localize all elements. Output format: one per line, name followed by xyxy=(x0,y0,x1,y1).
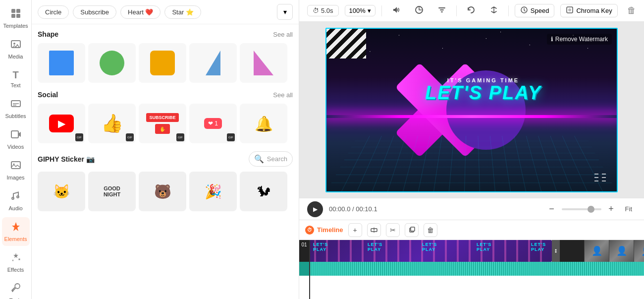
gaming-title: LET'S PLAY xyxy=(425,83,541,102)
playhead[interactable] xyxy=(309,240,310,299)
undo-button[interactable] xyxy=(463,3,480,18)
delete-button[interactable]: 🗑 xyxy=(627,5,636,16)
elements-content: Shape See all Social See all xyxy=(32,24,299,299)
sel-handle-5 xyxy=(594,180,598,181)
timeline-split-button[interactable] xyxy=(367,223,381,237)
grid-overlay xyxy=(326,136,617,191)
thumb-1 xyxy=(560,240,585,262)
gif-party-visual: 🎉 xyxy=(189,172,237,211)
video-canvas[interactable]: IT'S GAMING TIME LET'S PLAY ℹ Remove Wat… xyxy=(325,28,618,192)
zoom-in-button[interactable]: + xyxy=(605,204,617,214)
corner-stripes xyxy=(326,29,366,59)
audio-track[interactable]: // draw random waveform bars xyxy=(309,262,644,276)
volume-icon xyxy=(392,5,401,16)
time-current: 00:00.0 xyxy=(329,205,350,213)
shape-orange-rounded[interactable] xyxy=(139,43,186,83)
fit-button[interactable]: Fit xyxy=(621,203,636,215)
sidebar-item-subtitles[interactable]: Subtitles xyxy=(2,94,30,123)
track-split-handle[interactable] xyxy=(552,240,560,262)
track-label-5: LET'S PLAY xyxy=(531,242,552,252)
sidebar-item-audio[interactable]: Audio xyxy=(2,186,30,215)
tags-dropdown-button[interactable]: ▾ xyxy=(277,4,293,20)
tag-heart[interactable]: Heart ❤️ xyxy=(120,5,161,19)
adjust-icon xyxy=(437,5,446,16)
speed-label: Speed xyxy=(531,7,549,14)
sidebar-item-templates[interactable]: Templates xyxy=(2,4,30,33)
tag-star[interactable]: Star ⭐ xyxy=(164,5,201,19)
timeline-label: ⏱ Timeline xyxy=(305,226,343,235)
giphy-grid: 🐱 GOODNIGHT 🐻 🎉 🐿 xyxy=(38,172,293,211)
zoom-value: 100% xyxy=(349,7,366,14)
volume-button[interactable] xyxy=(388,3,405,18)
gif-good-night[interactable]: GOODNIGHT xyxy=(88,172,136,211)
timeline-add-button[interactable]: + xyxy=(348,223,362,237)
shape-blue-triangle[interactable] xyxy=(189,43,237,83)
gaming-text-block: IT'S GAMING TIME LET'S PLAY xyxy=(425,77,541,102)
info-icon: ℹ xyxy=(551,36,553,43)
sidebar-item-images[interactable]: Images xyxy=(2,156,30,184)
giphy-emoji: 📷 xyxy=(86,155,95,163)
gif-badge-thumb: GIF xyxy=(126,133,134,141)
social-notification[interactable]: 🔔 xyxy=(240,104,287,143)
sidebar-item-videos[interactable]: Videos xyxy=(2,125,30,154)
play-button[interactable]: ▶ xyxy=(307,201,323,217)
zoom-control[interactable]: 100% ▾ xyxy=(345,5,376,16)
track-label-1: LET'S PLAY xyxy=(313,242,338,252)
playback-bar: ▶ 00:00.0 / 00:10.1 − + Fit xyxy=(299,198,644,220)
gif-bear[interactable]: 🐻 xyxy=(139,172,186,211)
svg-rect-3 xyxy=(16,14,20,18)
chroma-icon xyxy=(566,6,574,15)
timeline-duplicate-button[interactable] xyxy=(405,223,419,237)
gif-cat-visual: 🐱 xyxy=(38,172,85,211)
zoom-slider[interactable] xyxy=(562,208,601,210)
gif-animal[interactable]: 🐿 xyxy=(240,172,287,211)
svg-rect-9 xyxy=(11,131,18,138)
sidebar-item-effects[interactable]: Effects xyxy=(2,248,30,277)
duration-value: 5.0s xyxy=(321,7,333,14)
tag-subscribe[interactable]: Subscribe xyxy=(73,5,116,19)
svg-rect-1 xyxy=(16,9,20,13)
tag-circle[interactable]: Circle xyxy=(38,5,69,19)
giphy-search-box[interactable]: 🔍 Search xyxy=(249,151,293,167)
adjust-button[interactable] xyxy=(433,3,450,18)
sidebar-label-effects: Effects xyxy=(7,267,24,273)
social-subscribe[interactable]: SUBSCRIBE ✋ GIF xyxy=(139,104,186,143)
clock-icon: ⏱ xyxy=(313,7,319,14)
gif-party[interactable]: 🎉 xyxy=(189,172,237,211)
like-visual: ❤ 1 xyxy=(204,118,222,129)
zoom-thumb[interactable] xyxy=(588,206,594,213)
shape-pink-triangle[interactable] xyxy=(240,43,287,83)
shape-triangle-visual xyxy=(206,51,220,75)
toolbar-sep-2 xyxy=(456,5,457,16)
svg-point-13 xyxy=(17,196,19,198)
zoom-out-button[interactable]: − xyxy=(546,204,558,214)
social-like[interactable]: ❤ 1 GIF xyxy=(189,104,237,143)
shape-see-all[interactable]: See all xyxy=(273,31,293,38)
shape-green-circle[interactable] xyxy=(88,43,136,83)
sidebar-item-tools[interactable]: Tools xyxy=(2,279,30,299)
gif-cat[interactable]: 🐱 xyxy=(38,172,85,211)
crop-button[interactable] xyxy=(411,3,428,18)
shape-blue-rect[interactable] xyxy=(38,43,85,83)
sidebar-item-media[interactable]: Media xyxy=(2,35,30,63)
timeline-toolbar: ⏱ Timeline + ✂ 🗑 xyxy=(299,220,644,240)
chroma-key-button[interactable]: Chroma Key xyxy=(560,4,617,17)
sidebar-item-elements[interactable]: Elements xyxy=(2,217,30,246)
social-thumbsup[interactable]: 👍 GIF xyxy=(88,104,136,143)
sidebar-item-text[interactable]: T Text xyxy=(2,65,30,92)
elements-icon xyxy=(10,221,21,235)
track-1-content: LET'S PLAY LET'S PLAY LET'S PLAY LET'S P… xyxy=(309,240,644,262)
text-icon: T xyxy=(12,69,18,81)
video-track-1[interactable]: LET'S PLAY LET'S PLAY LET'S PLAY LET'S P… xyxy=(309,240,552,262)
social-see-all[interactable]: See all xyxy=(273,91,293,99)
timeline-delete-button[interactable]: 🗑 xyxy=(424,223,437,237)
watermark-button[interactable]: ℹ Remove Watermark xyxy=(547,34,612,45)
social-youtube[interactable]: ▶ GIF xyxy=(38,104,85,143)
video-track-2[interactable]: 👤 👤 👤 👤 xyxy=(560,240,644,262)
svg-rect-21 xyxy=(411,227,415,231)
toolbar-sep-1 xyxy=(381,5,382,16)
speed-button[interactable]: Speed xyxy=(515,4,555,17)
timeline-cut-button[interactable]: ✂ xyxy=(386,223,400,237)
gif-badge-yt: GIF xyxy=(75,133,83,141)
flip-button[interactable] xyxy=(485,3,502,18)
